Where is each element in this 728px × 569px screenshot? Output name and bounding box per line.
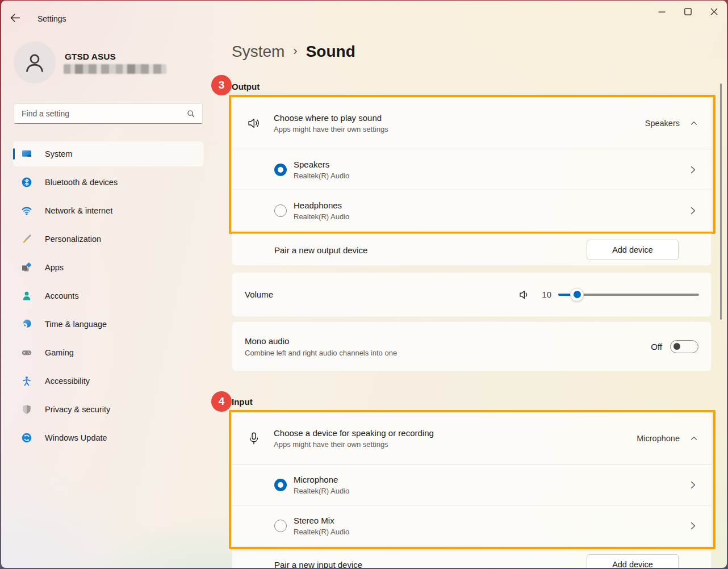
device-description: Realtek(R) Audio: [294, 171, 689, 180]
person-icon: [22, 50, 47, 75]
sidebar-item-system[interactable]: System: [13, 141, 203, 166]
sidebar-item-label: Time & language: [45, 320, 107, 329]
time-language-icon: [21, 319, 32, 330]
avatar[interactable]: [14, 41, 56, 83]
chevron-right-icon[interactable]: [689, 206, 697, 215]
device-name: Speakers: [294, 160, 689, 169]
search-icon: [186, 108, 196, 119]
mono-audio-card: Mono audio Combine left and right audio …: [232, 321, 712, 371]
sidebar-item-gaming[interactable]: Gaming: [13, 340, 203, 365]
sidebar-item-personalization[interactable]: Personalization: [13, 227, 203, 252]
app-title: Settings: [37, 14, 66, 23]
caption-buttons: [648, 1, 727, 22]
device-name: Headphones: [294, 200, 689, 210]
sidebar-item-label: Personalization: [45, 235, 101, 244]
sidebar-item-label: Network & internet: [45, 206, 112, 215]
device-description: Realtek(R) Audio: [294, 528, 689, 536]
output-device-expander[interactable]: Choose where to play sound Apps might ha…: [232, 98, 712, 149]
output-section-label: Output: [232, 82, 260, 91]
brush-icon: [21, 233, 32, 245]
device-description: Realtek(R) Audio: [294, 487, 689, 495]
sidebar-item-label: Apps: [45, 263, 64, 272]
minimize-button[interactable]: [648, 1, 675, 22]
output-selected-device: Speakers: [645, 119, 680, 128]
annotation-highlight-input: Choose a device for speaking or recordin…: [229, 410, 716, 549]
main-content: System › Sound 3 Output Choose where to …: [232, 28, 712, 568]
windows-update-icon: [21, 432, 32, 444]
chevron-right-icon[interactable]: [689, 480, 697, 489]
output-device-speakers[interactable]: Speakers Realtek(R) Audio: [232, 149, 712, 190]
sidebar-item-label: Accessibility: [45, 376, 90, 386]
input-section-label: Input: [232, 397, 253, 407]
radio-selected[interactable]: [274, 164, 287, 176]
sidebar-item-label: Bluetooth & devices: [45, 178, 118, 187]
sidebar-item-accounts[interactable]: Accounts: [13, 283, 203, 308]
add-output-device-button[interactable]: Add device: [587, 240, 679, 260]
sidebar-item-accessibility[interactable]: Accessibility: [13, 369, 203, 394]
search-box[interactable]: [14, 103, 203, 124]
radio-unselected[interactable]: [274, 520, 287, 532]
input-chooser-subtitle: Apps might have their own settings: [274, 440, 637, 449]
annotation-highlight-output: Choose where to play sound Apps might ha…: [229, 95, 716, 234]
sidebar-item-label: System: [45, 149, 72, 158]
wifi-icon: [21, 205, 32, 216]
chevron-up-icon[interactable]: [690, 434, 698, 442]
shield-icon: [21, 404, 32, 415]
volume-speaker-icon[interactable]: [518, 288, 531, 301]
volume-card: Volume 10: [232, 272, 712, 317]
sidebar-item-time-language[interactable]: Time & language: [13, 312, 203, 337]
chevron-right-icon[interactable]: [689, 165, 697, 174]
microphone-icon: [246, 431, 261, 446]
close-button[interactable]: [701, 1, 727, 22]
settings-window: Settings GTSD ASUS System Bluetooth & de…: [1, 1, 727, 568]
sidebar-item-label: Privacy & security: [45, 405, 110, 414]
mono-audio-toggle[interactable]: [670, 340, 698, 353]
chevron-up-icon[interactable]: [690, 119, 698, 127]
input-device-microphone[interactable]: Microphone Realtek(R) Audio: [232, 465, 712, 505]
volume-slider-thumb[interactable]: [570, 288, 584, 302]
profile-name: GTSD ASUS: [65, 52, 116, 62]
page-title: Sound: [306, 43, 355, 61]
volume-slider[interactable]: [558, 288, 699, 302]
breadcrumb-separator: ›: [293, 44, 297, 60]
profile-email-blurred: [64, 64, 166, 74]
sidebar-item-apps[interactable]: Apps: [13, 255, 203, 280]
desktop-background: Settings GTSD ASUS System Bluetooth & de…: [0, 0, 728, 569]
output-chooser-title: Choose where to play sound: [274, 113, 645, 123]
accessibility-icon: [21, 375, 32, 387]
search-input[interactable]: [14, 109, 186, 118]
volume-value: 10: [539, 290, 551, 299]
sidebar-item-bluetooth[interactable]: Bluetooth & devices: [13, 170, 203, 195]
radio-selected[interactable]: [274, 479, 287, 491]
back-button[interactable]: [10, 11, 27, 24]
scrollbar[interactable]: [720, 83, 722, 320]
sidebar-item-label: Windows Update: [45, 433, 107, 442]
input-chooser-title: Choose a device for speaking or recordin…: [274, 428, 637, 438]
apps-icon: [21, 262, 32, 273]
chevron-right-icon[interactable]: [689, 521, 697, 530]
sidebar-item-network[interactable]: Network & internet: [13, 198, 203, 223]
input-device-expander[interactable]: Choose a device for speaking or recordin…: [232, 413, 712, 464]
device-name: Stereo Mix: [294, 516, 689, 525]
device-description: Realtek(R) Audio: [294, 212, 689, 221]
add-input-device-button[interactable]: Add device: [587, 554, 679, 568]
sidebar-item-windows-update[interactable]: Windows Update: [13, 425, 203, 450]
sidebar-item-label: Accounts: [45, 291, 79, 300]
maximize-button[interactable]: [675, 1, 701, 22]
annotation-step-3: 3: [211, 75, 232, 95]
speaker-icon: [246, 116, 261, 131]
accounts-icon: [21, 290, 32, 302]
mono-audio-state: Off: [651, 342, 662, 352]
volume-label: Volume: [245, 290, 518, 299]
annotation-step-4: 4: [211, 391, 232, 412]
mono-audio-title: Mono audio: [245, 336, 651, 346]
system-icon: [21, 148, 32, 160]
input-device-stereo-mix[interactable]: Stereo Mix Realtek(R) Audio: [232, 505, 712, 546]
mono-audio-subtitle: Combine left and right audio channels in…: [245, 349, 651, 357]
breadcrumb-system[interactable]: System: [232, 43, 284, 61]
sidebar-item-privacy[interactable]: Privacy & security: [13, 397, 203, 422]
pair-input-row: Pair a new input device Add device: [232, 551, 712, 568]
output-device-headphones[interactable]: Headphones Realtek(R) Audio: [232, 190, 712, 231]
radio-unselected[interactable]: [274, 204, 287, 217]
sidebar-nav: System Bluetooth & devices Network & int…: [13, 141, 203, 454]
